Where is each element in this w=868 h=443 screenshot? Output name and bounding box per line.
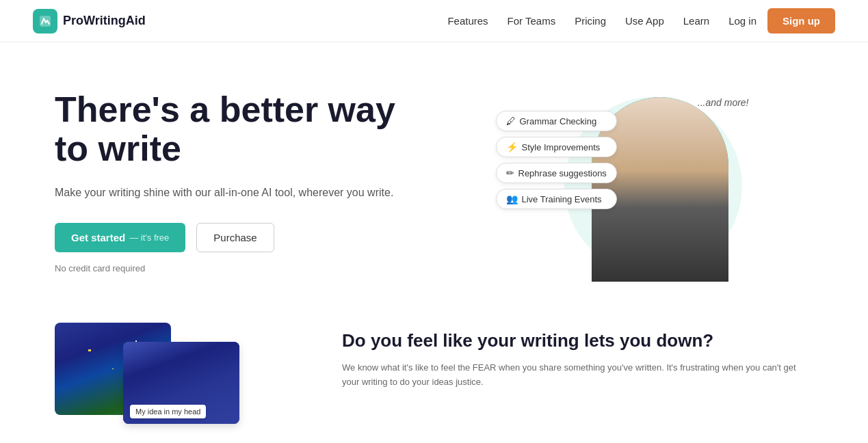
get-started-button[interactable]: Get started — it's free [55, 223, 185, 252]
feature-tag-style: ⚡ Style Improvements [496, 137, 617, 157]
get-started-label: Get started [71, 232, 125, 243]
nav-learn[interactable]: Learn [683, 15, 709, 27]
second-section: My idea in my head Do you feel like your… [0, 316, 868, 438]
second-text: We know what it's like to feel the FEAR … [342, 361, 813, 390]
signup-button[interactable]: Sign up [767, 8, 835, 33]
hero-illustration: ...and more! ✦ 🖊 Grammar Checking ⚡ Styl… [496, 90, 756, 282]
style-icon: ⚡ [506, 142, 518, 152]
logo-text: ProWritingAid [63, 14, 146, 28]
second-right: Do you feel like your writing lets you d… [342, 323, 813, 389]
purchase-button[interactable]: Purchase [196, 223, 274, 252]
grammar-icon: 🖊 [506, 116, 516, 126]
and-more-text: ...and more! [698, 97, 749, 108]
style-label: Style Improvements [522, 142, 601, 152]
nav-for-teams[interactable]: For Teams [508, 15, 556, 27]
rephrase-label: Rephrase suggestions [518, 168, 607, 178]
grammar-label: Grammar Checking [520, 116, 597, 126]
art-block: My idea in my head [55, 323, 287, 424]
feature-tags: 🖊 Grammar Checking ⚡ Style Improvements … [496, 111, 617, 209]
feature-tag-rephrase: ✏ Rephrase suggestions [496, 163, 617, 183]
logo-icon [33, 9, 57, 33]
nav-use-app[interactable]: Use App [625, 15, 664, 27]
hero-section: There's a better way to write Make your … [0, 42, 868, 316]
training-label: Live Training Events [522, 194, 602, 204]
hero-subtitle: Make your writing shine with our all-in-… [55, 185, 410, 201]
hero-title: There's a better way to write [55, 90, 410, 168]
navbar: ProWritingAid Features For Teams Pricing… [0, 0, 868, 42]
nav-pricing[interactable]: Pricing [575, 15, 606, 27]
feature-tag-grammar: 🖊 Grammar Checking [496, 111, 617, 131]
hero-right: ...and more! ✦ 🖊 Grammar Checking ⚡ Styl… [438, 83, 813, 288]
login-link[interactable]: Log in [728, 15, 757, 27]
hero-buttons: Get started — it's free Purchase [55, 223, 410, 252]
rephrase-icon: ✏ [506, 167, 514, 178]
logo-link[interactable]: ProWritingAid [33, 9, 146, 33]
nav-features[interactable]: Features [447, 15, 488, 27]
hero-left: There's a better way to write Make your … [55, 83, 410, 273]
second-title: Do you feel like your writing lets you d… [342, 330, 813, 353]
idea-label: My idea in my head [130, 405, 206, 418]
feature-tag-training: 👥 Live Training Events [496, 189, 617, 209]
get-started-sub: — it's free [129, 232, 169, 243]
training-icon: 👥 [506, 193, 518, 204]
no-credit-text: No credit card required [55, 263, 410, 273]
nav-links: Features For Teams Pricing Use App Learn [447, 15, 709, 27]
